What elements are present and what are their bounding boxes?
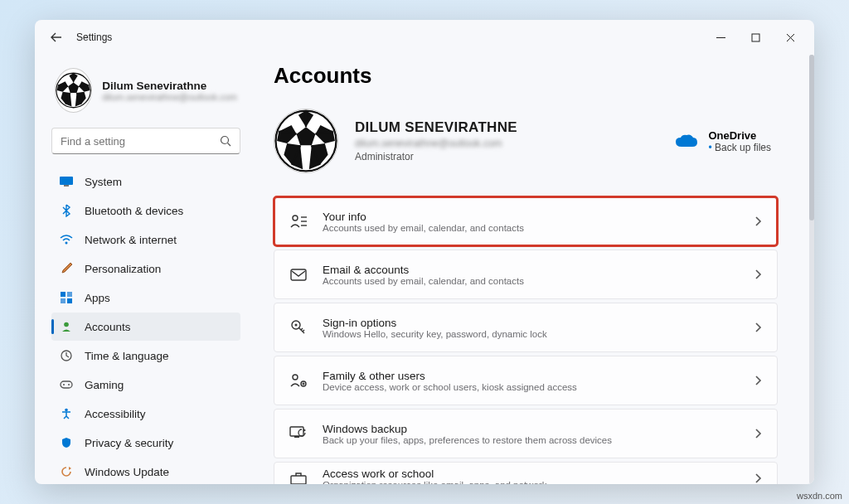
soccer-ball-icon [56, 69, 91, 112]
svg-point-28 [65, 409, 68, 412]
shield-icon [60, 436, 73, 449]
nav-label: Privacy & security [85, 437, 173, 449]
hero-email: dilum.senevirathne@outlook.com [355, 138, 517, 149]
svg-point-29 [293, 216, 298, 220]
svg-rect-13 [752, 34, 759, 41]
soccer-ball-icon [274, 109, 337, 172]
onedrive-icon [675, 133, 698, 148]
search-input[interactable] [61, 135, 220, 148]
accounts-icon [60, 320, 73, 333]
onedrive-title: OneDrive [708, 129, 771, 142]
settings-window: Settings Dilum Senevirathne dilum.senevi… [35, 20, 814, 484]
svg-point-23 [64, 322, 69, 327]
svg-rect-25 [61, 381, 72, 388]
nav-system[interactable]: System [51, 167, 240, 196]
svg-rect-16 [60, 177, 73, 185]
svg-rect-41 [294, 436, 299, 438]
family-icon [289, 371, 308, 390]
nav-label: Bluetooth & devices [85, 205, 183, 217]
nav-label: Accounts [85, 321, 131, 333]
card-signin-options[interactable]: Sign-in options Windows Hello, security … [274, 303, 778, 352]
nav-gaming[interactable]: Gaming [51, 371, 240, 399]
chevron-right-icon [755, 473, 762, 483]
scrollbar[interactable] [809, 55, 814, 484]
email-icon [289, 265, 308, 284]
nav-accounts[interactable]: Accounts [51, 313, 240, 341]
hero-name: DILUM SENEVIRATHNE [355, 119, 517, 136]
paintbrush-icon [60, 262, 73, 275]
card-windows-backup[interactable]: Windows backup Back up your files, apps,… [274, 409, 778, 458]
back-arrow-icon [51, 32, 62, 43]
minimize-icon [716, 33, 725, 42]
card-desc: Accounts used by email, calendar, and co… [323, 276, 524, 286]
svg-point-18 [65, 242, 68, 245]
close-button[interactable] [773, 26, 808, 49]
svg-rect-22 [67, 298, 72, 303]
maximize-button[interactable] [738, 26, 773, 49]
nav-accessibility[interactable]: Accessibility [51, 400, 240, 428]
card-desc: Device access, work or school users, kio… [323, 382, 577, 392]
minimize-button[interactable] [703, 26, 738, 49]
titlebar: Settings [35, 20, 814, 55]
chevron-right-icon [755, 216, 762, 226]
clock-icon [60, 349, 73, 362]
search-box[interactable] [51, 128, 240, 154]
gaming-icon [60, 378, 73, 391]
hero-role: Administrator [355, 151, 517, 162]
card-title: Family & other users [323, 370, 577, 382]
card-desc: Windows Hello, security key, password, d… [323, 329, 547, 339]
nav-personalization[interactable]: Personalization [51, 254, 240, 283]
nav-label: Accessibility [85, 408, 146, 420]
accessibility-icon [60, 407, 73, 420]
card-desc: Accounts used by email, calendar, and co… [323, 223, 524, 233]
sidebar: Dilum Senevirathne dilum.senevirathne@ou… [35, 55, 249, 484]
svg-point-14 [221, 137, 229, 144]
apps-icon [60, 291, 73, 304]
briefcase-icon [289, 469, 308, 484]
card-desc: Back up your files, apps, preferences to… [323, 435, 612, 445]
svg-point-36 [293, 375, 298, 380]
back-button[interactable] [46, 27, 66, 47]
svg-rect-40 [290, 427, 303, 436]
bluetooth-icon [60, 204, 73, 217]
chevron-right-icon [755, 429, 762, 439]
search-icon [220, 135, 231, 147]
nav-label: Windows Update [85, 466, 169, 478]
card-title: Email & accounts [323, 264, 524, 276]
nav-network[interactable]: Network & internet [51, 225, 240, 254]
svg-point-26 [63, 384, 65, 385]
system-icon [60, 175, 73, 188]
key-icon [289, 318, 308, 337]
wifi-icon [60, 233, 73, 246]
svg-rect-17 [64, 185, 69, 187]
nav-update[interactable]: Windows Update [51, 458, 240, 484]
card-work-school[interactable]: Access work or school Organization resou… [274, 462, 778, 484]
svg-point-27 [68, 384, 70, 385]
svg-rect-21 [61, 298, 65, 303]
window-title: Settings [76, 32, 112, 43]
nav-label: Time & language [85, 350, 169, 362]
account-hero: DILUM SENEVIRATHNE dilum.senevirathne@ou… [274, 109, 778, 173]
nav-privacy[interactable]: Privacy & security [51, 429, 240, 457]
nav-time[interactable]: Time & language [51, 342, 240, 370]
profile-small[interactable]: Dilum Senevirathne dilum.senevirathne@ou… [51, 55, 240, 128]
card-your-info[interactable]: Your info Accounts used by email, calend… [274, 196, 778, 246]
onedrive-tile[interactable]: OneDrive Back up files [675, 129, 778, 153]
chevron-right-icon [755, 269, 762, 279]
chevron-right-icon [755, 376, 762, 385]
profile-email: dilum.senevirathne@outlook.com [102, 92, 237, 102]
nav-label: Gaming [85, 379, 124, 391]
card-family-users[interactable]: Family & other users Device access, work… [274, 356, 778, 405]
maximize-icon [751, 33, 760, 42]
page-title: Accounts [274, 63, 778, 89]
card-email-accounts[interactable]: Email & accounts Accounts used by email,… [274, 250, 778, 299]
svg-rect-33 [291, 269, 306, 280]
card-title: Windows backup [323, 423, 612, 435]
nav-apps[interactable]: Apps [51, 284, 240, 312]
avatar-big [274, 109, 338, 173]
nav-label: Apps [85, 292, 110, 304]
nav: System Bluetooth & devices Network & int… [51, 167, 240, 484]
settings-cards: Your info Accounts used by email, calend… [274, 196, 778, 484]
nav-bluetooth[interactable]: Bluetooth & devices [51, 196, 240, 225]
nav-label: Personalization [85, 263, 161, 275]
